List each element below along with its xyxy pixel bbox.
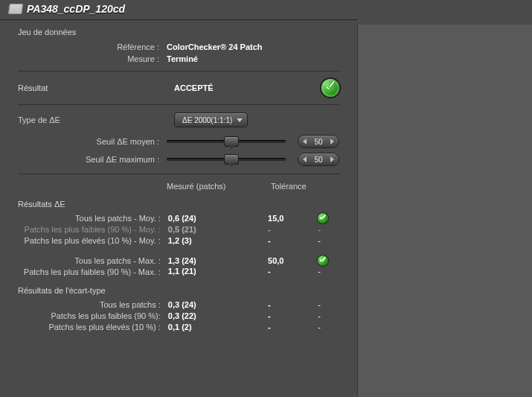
result-row: Tous les patchs - Max. :1,3 (24)50,0 <box>18 255 339 267</box>
row-measured: 0,5 (21) <box>168 224 268 235</box>
row-label: Patchs les plus élevés (10 %) - Moy. : <box>18 235 168 246</box>
row-tolerance: - <box>268 299 318 311</box>
title-bar: PA348_ccDP_120cd <box>0 0 357 20</box>
delta-e-type-label: Type de ΔE <box>18 115 174 124</box>
row-status <box>318 213 339 223</box>
row-label: Tous les patchs - Moy. : <box>18 213 168 223</box>
result-row: Patchs les plus élevés (10 %) - Moy. :1,… <box>18 235 339 247</box>
max-threshold-value: 50 <box>310 156 326 164</box>
dataset-heading: Jeu de données <box>18 28 339 36</box>
max-threshold-stepper[interactable]: 50 <box>298 153 339 166</box>
avg-threshold-slider[interactable] <box>167 140 286 143</box>
row-status: - <box>318 322 339 333</box>
reference-label: Référence : <box>18 42 167 51</box>
row-label: Tous les patchs - Max. : <box>18 255 168 266</box>
chevron-down-icon <box>237 118 243 122</box>
row-label: Patchs les plus faibles (90 %) - Max. : <box>18 267 168 277</box>
row-tolerance: 50,0 <box>268 255 318 267</box>
row-tolerance: - <box>268 235 318 247</box>
row-measured: 0,3 (22) <box>168 311 268 322</box>
row-status: - <box>318 266 339 277</box>
delta-e-type-selected: ΔE 2000(1:1:1) <box>182 116 232 124</box>
max-threshold-slider[interactable] <box>167 158 286 161</box>
result-row: Tous les patchs :0,3 (24)-- <box>18 299 339 311</box>
measure-label: Mesure : <box>18 54 167 63</box>
row-measured: 0,3 (24) <box>168 299 268 311</box>
col-measured: Mesuré (patchs) <box>167 182 271 191</box>
row-measured: 0,1 (2) <box>168 322 268 333</box>
chevron-right-icon <box>330 156 334 162</box>
result-row: Tous les patchs - Moy. :0,6 (24)15,0 <box>18 213 339 224</box>
row-measured: 0,6 (24) <box>168 213 268 224</box>
max-threshold-label: Seuil ΔE maximum : <box>18 155 167 164</box>
row-label: Patchs les plus faibles (90 %) - Moy. : <box>18 224 168 235</box>
result-row: Patchs les plus faibles (90 %):0,3 (22)-… <box>18 311 339 322</box>
side-panel <box>357 25 532 397</box>
row-tolerance: 15,0 <box>268 213 318 224</box>
chevron-left-icon <box>303 156 307 162</box>
row-label: Patchs les plus élevés (10 %) : <box>18 322 168 332</box>
row-status: - <box>318 224 339 235</box>
row-label: Tous les patchs : <box>18 299 168 310</box>
row-tolerance: - <box>268 322 318 333</box>
row-status <box>318 255 339 266</box>
row-tolerance: - <box>268 224 318 235</box>
result-value: ACCEPTÉ <box>174 83 321 92</box>
delta-e-results-heading: Résultats ΔE <box>18 200 339 209</box>
avg-threshold-stepper[interactable]: 50 <box>298 135 339 148</box>
avg-threshold-label: Seuil ΔE moyen : <box>18 137 167 146</box>
result-label: Résultat <box>18 83 174 92</box>
check-icon <box>318 213 328 223</box>
row-status: - <box>318 235 339 247</box>
col-tolerance: Tolérance <box>271 182 330 191</box>
stddev-results-heading: Résultats de l'écart-type <box>18 286 339 295</box>
row-measured: 1,3 (24) <box>168 255 268 267</box>
row-measured: 1,2 (3) <box>168 235 268 247</box>
result-row: Patchs les plus élevés (10 %) :0,1 (2)-- <box>18 322 339 333</box>
measure-value: Terminé <box>167 54 198 63</box>
row-status: - <box>318 311 339 322</box>
row-measured: 1,1 (21) <box>168 266 268 277</box>
result-row: Patchs les plus faibles (90 %) - Moy. :0… <box>18 224 339 235</box>
reference-value: ColorChecker® 24 Patch <box>167 42 263 51</box>
result-row: Patchs les plus faibles (90 %) - Max. :1… <box>18 266 339 277</box>
row-status: - <box>318 299 339 311</box>
chevron-left-icon <box>303 139 307 144</box>
check-circle-icon <box>321 79 339 97</box>
check-icon <box>318 255 328 266</box>
avg-threshold-value: 50 <box>310 138 326 146</box>
document-icon <box>8 4 23 14</box>
page-title: PA348_ccDP_120cd <box>27 3 125 15</box>
column-headers: Mesuré (patchs) Tolérance <box>18 182 339 191</box>
chevron-right-icon <box>330 139 334 144</box>
row-tolerance: - <box>268 266 318 277</box>
row-tolerance: - <box>268 311 318 322</box>
delta-e-type-dropdown[interactable]: ΔE 2000(1:1:1) <box>174 112 248 127</box>
row-label: Patchs les plus faibles (90 %): <box>18 311 168 321</box>
